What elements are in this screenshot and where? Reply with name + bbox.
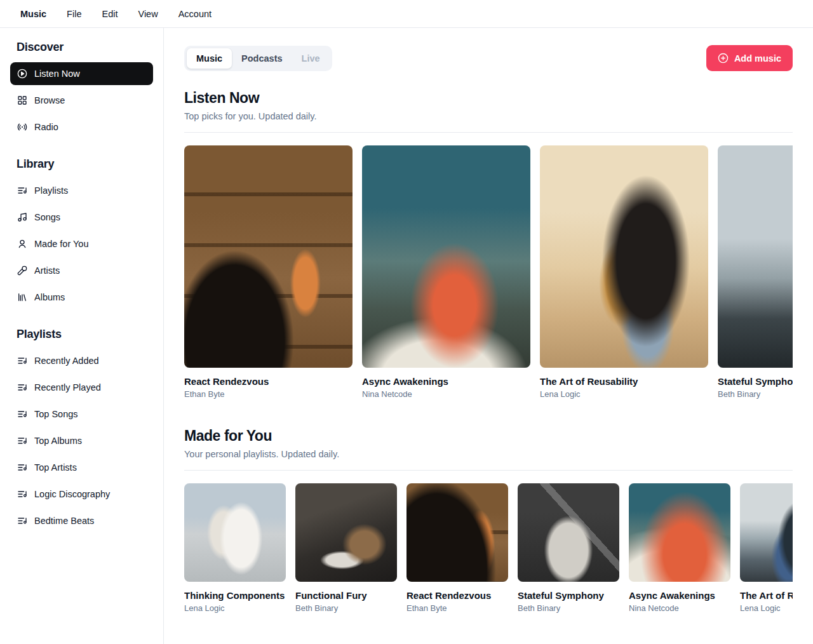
playlist-art[interactable]	[518, 483, 619, 582]
album-card: The Art of Reusability Lena Logic	[540, 145, 708, 399]
sidebar-item-top-songs[interactable]: Top Songs	[10, 403, 153, 426]
playlist-art[interactable]	[406, 483, 508, 582]
playlist-artist: Beth Binary	[295, 603, 397, 613]
content-tabs: Music Podcasts Live	[184, 46, 332, 71]
playlist-title: The Art of Reusability	[740, 590, 793, 601]
album-title: Stateful Symphony	[718, 376, 793, 387]
list-music-icon	[17, 462, 27, 473]
list-music-icon	[17, 356, 27, 366]
list-music-icon	[17, 382, 27, 392]
sidebar-heading-discover: Discover	[10, 41, 153, 54]
list-music-icon	[17, 409, 27, 419]
album-artist: Ethan Byte	[184, 389, 353, 399]
menubar-item-account[interactable]: Account	[178, 9, 212, 19]
sidebar-item-label: Recently Added	[34, 356, 99, 366]
album-title: Async Awakenings	[362, 376, 530, 387]
sidebar-item-radio[interactable]: Radio	[10, 116, 153, 138]
album-art[interactable]	[540, 145, 708, 368]
playlist-artist: Lena Logic	[740, 603, 793, 613]
playlist-title: Stateful Symphony	[518, 590, 619, 601]
sidebar-item-top-albums[interactable]: Top Albums	[10, 429, 153, 452]
sidebar-item-label: Top Albums	[34, 436, 82, 446]
sidebar-item-browse[interactable]: Browse	[10, 89, 153, 112]
list-music-icon	[17, 516, 27, 526]
sidebar-item-label: Songs	[34, 212, 60, 222]
sidebar-item-recently-played[interactable]: Recently Played	[10, 376, 153, 399]
sidebar-item-label: Playlists	[34, 185, 68, 196]
playlist-artist: Beth Binary	[518, 603, 619, 613]
section-listen-now: Listen Now Top picks for you. Updated da…	[184, 90, 793, 399]
sidebar-section-playlists: Playlists Recently Added Recently Played…	[10, 328, 153, 532]
playlist-title: Thinking Components	[184, 590, 286, 601]
album-title: React Rendezvous	[184, 376, 353, 387]
playlist-title: Async Awakenings	[629, 590, 730, 601]
album-card: Async Awakenings Nina Netcode	[362, 145, 530, 399]
section-subtitle: Top picks for you. Updated daily.	[184, 111, 793, 121]
sidebar-item-made-for-you[interactable]: Made for You	[10, 232, 153, 255]
app-body: Discover Listen Now Browse Radio Library…	[0, 28, 813, 644]
sidebar-item-songs[interactable]: Songs	[10, 206, 153, 229]
sidebar-item-logic-discography[interactable]: Logic Discography	[10, 483, 153, 506]
sidebar-item-label: Top Songs	[34, 409, 78, 419]
section-title: Made for You	[184, 427, 793, 445]
sidebar-item-artists[interactable]: Artists	[10, 259, 153, 282]
playlist-art[interactable]	[184, 483, 286, 582]
playlist-artist: Ethan Byte	[406, 603, 508, 613]
sidebar-heading-playlists: Playlists	[10, 328, 153, 341]
album-artist: Beth Binary	[718, 389, 793, 399]
playlist-art[interactable]	[629, 483, 730, 582]
sidebar-item-label: Made for You	[34, 239, 88, 249]
listen-now-card-row: React Rendezvous Ethan Byte Async Awaken…	[184, 145, 793, 399]
sidebar-item-label: Albums	[34, 292, 65, 302]
tab-podcasts[interactable]: Podcasts	[232, 48, 292, 69]
playlist-art[interactable]	[295, 483, 397, 582]
add-music-button[interactable]: Add music	[706, 45, 793, 71]
playlist-artist: Lena Logic	[184, 603, 286, 613]
made-for-you-card-row: Thinking Components Lena Logic Functiona…	[184, 483, 793, 613]
sidebar-item-playlists[interactable]: Playlists	[10, 179, 153, 202]
section-made-for-you: Made for You Your personal playlists. Up…	[184, 427, 793, 613]
album-artist: Nina Netcode	[362, 389, 530, 399]
playlist-title: Functional Fury	[295, 590, 397, 601]
sidebar-item-label: Top Artists	[34, 462, 77, 473]
tab-music[interactable]: Music	[187, 48, 232, 69]
album-card: React Rendezvous Ethan Byte	[184, 145, 353, 399]
topbar: Music Podcasts Live Add music	[184, 45, 793, 71]
sidebar: Discover Listen Now Browse Radio Library…	[0, 28, 164, 644]
playlist-card: Async Awakenings Nina Netcode	[629, 483, 730, 613]
menubar-item-music[interactable]: Music	[20, 9, 46, 19]
section-title: Listen Now	[184, 90, 793, 107]
album-card: Stateful Symphony Beth Binary	[718, 145, 793, 399]
sidebar-section-discover: Discover Listen Now Browse Radio	[10, 41, 153, 138]
sidebar-item-listen-now[interactable]: Listen Now	[10, 62, 153, 85]
playlist-card: The Art of Reusability Lena Logic	[740, 483, 793, 613]
sidebar-item-top-artists[interactable]: Top Artists	[10, 456, 153, 479]
tab-live: Live	[292, 48, 330, 69]
list-music-icon	[17, 436, 27, 446]
play-circle-icon	[17, 69, 27, 79]
sidebar-section-library: Library Playlists Songs Made for You Art…	[10, 158, 153, 309]
microphone-icon	[17, 265, 27, 276]
sidebar-item-albums[interactable]: Albums	[10, 286, 153, 309]
playlist-card: Stateful Symphony Beth Binary	[518, 483, 619, 613]
menubar-item-view[interactable]: View	[138, 9, 158, 19]
plus-circle-icon	[718, 53, 729, 64]
album-art[interactable]	[184, 145, 353, 368]
radio-icon	[17, 122, 27, 132]
album-art[interactable]	[362, 145, 530, 368]
menubar-item-file[interactable]: File	[67, 9, 81, 19]
album-art[interactable]	[718, 145, 793, 368]
playlist-card: Thinking Components Lena Logic	[184, 483, 286, 613]
playlist-art[interactable]	[740, 483, 793, 582]
sidebar-item-bedtime-beats[interactable]: Bedtime Beats	[10, 509, 153, 532]
music-note-icon	[17, 212, 27, 222]
section-subtitle: Your personal playlists. Updated daily.	[184, 449, 793, 459]
library-icon	[17, 292, 27, 302]
separator	[184, 132, 793, 133]
sidebar-item-recently-added[interactable]: Recently Added	[10, 349, 153, 372]
playlist-title: React Rendezvous	[406, 590, 508, 601]
menubar-item-edit[interactable]: Edit	[102, 9, 118, 19]
album-artist: Lena Logic	[540, 389, 708, 399]
sidebar-item-label: Browse	[34, 95, 65, 105]
grid-icon	[17, 95, 27, 105]
